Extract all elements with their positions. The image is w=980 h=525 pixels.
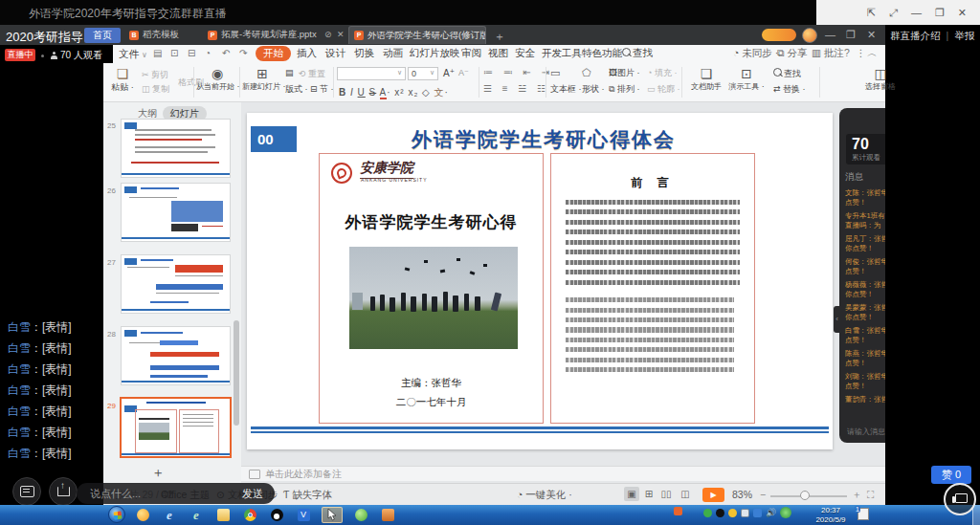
ribbon-tab-home[interactable]: 开始: [256, 46, 291, 61]
tray-icon-alert[interactable]: [674, 507, 682, 515]
zoom-slider-knob[interactable]: [800, 491, 810, 500]
collapse-ribbon-icon[interactable]: ︿: [867, 47, 878, 60]
layout-icon[interactable]: ▤: [285, 68, 294, 77]
slide-title[interactable]: 外语学院学生考研心得体会: [304, 126, 783, 153]
present-tools-button[interactable]: ⊡ 演示工具 ·: [727, 66, 766, 92]
superscript-button[interactable]: x²: [394, 87, 404, 98]
taskbar-app-ie[interactable]: e: [159, 507, 180, 523]
maximize-icon[interactable]: ❐: [935, 8, 945, 18]
copy-button[interactable]: ◫ 复制: [142, 83, 169, 96]
font-size-combo[interactable]: 0∨: [408, 67, 438, 80]
user-avatar[interactable]: [802, 28, 817, 43]
strikethrough-button[interactable]: S: [369, 87, 377, 98]
tab-home[interactable]: 首页: [84, 28, 121, 43]
taskbar-app-misc[interactable]: [377, 507, 398, 523]
panel-chat-inputbar[interactable]: [845, 421, 883, 438]
preview-icon[interactable]: ◔: [205, 48, 211, 58]
zoom-in-button[interactable]: ＋: [852, 489, 862, 502]
ribbon-tab-review[interactable]: 审阅: [461, 47, 481, 60]
underline-button[interactable]: U: [358, 87, 366, 98]
notes-view-button[interactable]: ◫: [678, 487, 693, 501]
selection-pane-button[interactable]: ◫ 选择窗格: [859, 66, 902, 92]
minimize-icon[interactable]: —: [911, 8, 922, 18]
stream-chat-inputbar[interactable]: 发送: [77, 483, 275, 504]
print-icon[interactable]: ⊟: [188, 48, 195, 58]
new-slide-button[interactable]: ⊞ 新建幻灯片 ·: [242, 66, 282, 92]
tray-icon-blue[interactable]: [753, 509, 762, 517]
thumbs-up-button[interactable]: [944, 483, 976, 515]
popout-icon[interactable]: ⇱: [867, 8, 876, 18]
zoom-out-button[interactable]: −: [760, 489, 766, 500]
tab-doc-current[interactable]: P 外语学院学生考研心得(修订版): [348, 26, 486, 44]
preface-page[interactable]: 前 言: [550, 153, 755, 424]
font-color-button[interactable]: A: [380, 87, 388, 99]
taskbar-clock[interactable]: 20:37 2020/5/9: [813, 506, 849, 524]
wps-restore-icon[interactable]: ❐: [846, 29, 856, 41]
undo-icon[interactable]: ↶: [222, 48, 230, 58]
add-slide-button[interactable]: ＋: [151, 465, 165, 482]
sync-status-menu[interactable]: ◔ 未同步 ·: [733, 47, 778, 60]
slide-thumbnail-27[interactable]: [122, 255, 230, 313]
share-screen-button[interactable]: [49, 477, 78, 506]
outline-button[interactable]: ▭ 轮廓 ·: [647, 83, 680, 96]
text-effect-button[interactable]: 文: [434, 87, 445, 98]
notification-icon[interactable]: [858, 508, 869, 520]
taskbar-app-360[interactable]: [132, 507, 153, 523]
section-button[interactable]: ⊟ 节 ·: [310, 83, 334, 96]
ribbon-tab-devtools[interactable]: 开发工具: [542, 47, 582, 60]
taskbar-app-chrome[interactable]: [239, 507, 260, 523]
ribbon-search[interactable]: 查找: [622, 47, 653, 60]
tab-template-store[interactable]: B 稻壳模板: [124, 26, 184, 44]
ribbon-tab-features[interactable]: 特色功能: [582, 47, 622, 60]
member-badge[interactable]: [762, 29, 796, 41]
find-button[interactable]: 查找: [773, 68, 801, 80]
italic-button[interactable]: I: [350, 87, 354, 98]
grow-font-button[interactable]: A⁺: [443, 68, 455, 78]
redo-icon[interactable]: ↷: [239, 48, 247, 58]
stream-chat-input[interactable]: [88, 487, 207, 500]
fullscreen-icon[interactable]: ⤢: [889, 8, 898, 18]
shrink-font-button[interactable]: A⁻: [458, 68, 469, 77]
ribbon-tab-design[interactable]: 设计: [325, 47, 345, 60]
bold-button[interactable]: B: [339, 87, 346, 98]
slide-thumbnail-25[interactable]: [122, 120, 230, 177]
cover-page[interactable]: 安康学院 ANKANG UNIVERSITY 外语学院学生考研心得: [319, 153, 544, 424]
reading-view-button[interactable]: ▯▯: [658, 487, 674, 501]
missing-font-warning[interactable]: Ƭ 缺失字体: [283, 489, 332, 502]
ribbon-tab-slideshow[interactable]: 幻灯片放映: [410, 47, 460, 60]
textbox-icon[interactable]: ▭: [550, 67, 560, 79]
comment-menu[interactable]: ▥ 批注: [812, 47, 844, 60]
outline-tab[interactable]: 大纲: [138, 108, 157, 119]
close-icon[interactable]: ✕: [958, 8, 967, 18]
tab-doc-lecture[interactable]: P 拓展-考研规划讲座.pptx: [203, 26, 329, 44]
slide-thumbnail-26[interactable]: [122, 184, 230, 241]
arrange-button[interactable]: ⧉ 排列 ·: [609, 83, 639, 96]
tray-icon-qq[interactable]: [716, 509, 724, 517]
paste-button[interactable]: ❏粘贴 ·: [107, 66, 138, 94]
start-button[interactable]: [108, 506, 125, 523]
like-button[interactable]: 赞 0: [931, 466, 971, 484]
new-tab-icon[interactable]: ＋: [494, 29, 505, 45]
wps-minimize-icon[interactable]: —: [825, 29, 835, 40]
tray-icon-display[interactable]: [741, 509, 749, 517]
cut-button[interactable]: ✂ 剪切: [142, 69, 168, 81]
textbox-button[interactable]: 文本框 ·: [550, 83, 582, 96]
file-menu[interactable]: 文件 ∨: [119, 48, 147, 61]
tab-close-icon[interactable]: ✕: [337, 30, 345, 39]
send-button[interactable]: 发送: [242, 487, 263, 501]
taskbar-app-ie2[interactable]: e: [186, 507, 207, 523]
layout-button[interactable]: 版式 ·: [285, 83, 308, 96]
tray-icon-green[interactable]: [703, 509, 712, 517]
chat-collapse-handle[interactable]: ‹: [834, 306, 840, 333]
align-icons[interactable]: ☰ ≡ ☱ ☷: [483, 83, 549, 94]
taskbar-app-active-stream[interactable]: [322, 507, 343, 523]
ribbon-tab-security[interactable]: 安全: [515, 47, 535, 60]
panel-scrollbar[interactable]: [234, 320, 239, 426]
tray-icon-speedball[interactable]: [780, 507, 791, 518]
fit-window-button[interactable]: ⛶: [867, 489, 874, 501]
picture-button[interactable]: 🖼图片 ·: [609, 67, 640, 79]
report-link[interactable]: 举报: [954, 30, 974, 43]
slide-thumbnail-28[interactable]: [122, 327, 230, 384]
beautify-button[interactable]: ◔ 一键美化 ·: [517, 489, 572, 502]
ribbon-tab-animation[interactable]: 动画: [383, 47, 403, 60]
